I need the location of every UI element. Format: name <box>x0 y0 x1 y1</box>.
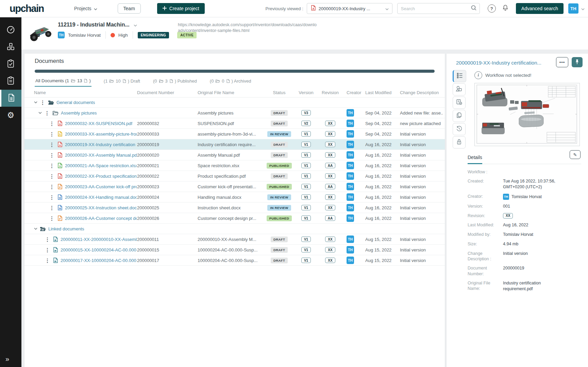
panel-tab-copies[interactable] <box>453 110 466 122</box>
table-row[interactable]: ⋮A200000020-XX-Assembly Manual.pdf200000… <box>24 150 445 160</box>
table-row[interactable]: ⋮X200000021-AA-Space restriction.xlsx200… <box>24 160 445 171</box>
sidebar-item-documents[interactable] <box>0 90 21 107</box>
column-header-creator[interactable]: Creator <box>347 88 365 97</box>
project-title-chevron-icon[interactable] <box>134 22 137 28</box>
documents-tab-0[interactable]: All Documents (113) <box>35 76 91 87</box>
table-row[interactable]: ⋮P200000026-AA-Customer concept desi2000… <box>24 213 445 224</box>
sidebar-item-settings[interactable]: ⚙ <box>0 107 21 124</box>
create-project-label: Create project <box>169 6 199 11</box>
document-name-link[interactable]: 200000017-XX-100000204-AC-00.000-S <box>61 258 137 263</box>
row-menu-button[interactable]: ⋮ <box>44 110 50 116</box>
table-row[interactable]: ⋮Assembly picturesAssembly picturesDRAFT… <box>24 108 445 118</box>
document-name-link[interactable]: 200000033-XX-assembly-picture-fror <box>65 132 137 137</box>
document-name-link[interactable]: 200000024-XX-Handling manual.docx <box>65 195 137 200</box>
team-button[interactable]: Team <box>118 3 141 14</box>
sidebar-expand-button[interactable]: » <box>5 355 9 363</box>
search-icon[interactable] <box>471 5 477 12</box>
table-row[interactable]: ⋮General documents <box>24 97 445 108</box>
expand-chevron-icon[interactable] <box>34 228 37 230</box>
column-header-version[interactable]: Version <box>295 88 317 97</box>
table-row[interactable]: ⋮A200000019-XX-Industry certification re… <box>24 139 445 150</box>
column-header-change-description[interactable]: Change Description <box>400 88 443 97</box>
horizontal-scrollbar[interactable] <box>35 70 435 73</box>
search-input[interactable] <box>400 6 471 12</box>
sidebar-item-dashboard[interactable] <box>0 22 21 39</box>
document-name-link[interactable]: 200000011-XX-200000010-XX-Assemb <box>61 237 137 242</box>
row-menu-button[interactable]: ⋮ <box>49 142 55 147</box>
row-menu-button[interactable]: ⋮ <box>49 153 55 158</box>
row-menu-button[interactable]: ⋮ <box>45 247 50 252</box>
table-row[interactable]: ⋮200000017-XX-100000204-AC-00.000-S20000… <box>24 255 445 266</box>
document-name-link[interactable]: 200000019-XX-Industry certification rec <box>65 142 137 147</box>
table-row[interactable]: Linked documents <box>24 224 445 234</box>
previously-viewed-value: 200000019-XX-Industry ... <box>319 6 383 11</box>
folder-name-link[interactable]: Assembly pictures <box>61 110 97 116</box>
project-thumbnail[interactable] <box>29 21 55 42</box>
expand-chevron-icon[interactable] <box>34 101 37 103</box>
sidebar-item-issues[interactable] <box>0 73 21 90</box>
column-header-revision[interactable]: Revision <box>317 88 343 97</box>
user-avatar[interactable]: TH <box>568 3 578 14</box>
details-tab[interactable]: Details <box>468 155 482 164</box>
panel-tab-history[interactable] <box>453 123 466 135</box>
table-row[interactable]: ⋮W200000024-XX-Handling manual.docx20000… <box>24 192 445 203</box>
more-options-button[interactable]: ••• <box>556 57 568 67</box>
pin-button[interactable] <box>572 57 583 67</box>
row-menu-button[interactable]: ⋮ <box>45 237 50 242</box>
document-name-link[interactable]: 200000023-AA-Customer kick-off prese <box>65 184 137 189</box>
document-preview[interactable] <box>474 83 580 146</box>
help-button[interactable]: ? <box>487 4 496 13</box>
document-name-link[interactable]: 200000021-AA-Space restriction.xlsx <box>65 163 137 168</box>
column-header-last-modified[interactable]: Last Modified <box>365 88 399 97</box>
row-menu-button[interactable]: ⋮ <box>49 195 55 200</box>
row-menu-button[interactable]: ⋮ <box>49 184 55 189</box>
folder-name-link[interactable]: General documents <box>56 100 95 105</box>
table-row[interactable]: ⋮A200000022-XX-Product specification.pc2… <box>24 171 445 181</box>
table-row[interactable]: ⋮200000015-XX-100000204-AC-00.000-S20000… <box>24 245 445 255</box>
user-menu-chevron-icon[interactable] <box>581 5 585 12</box>
document-name-link[interactable]: 200000015-XX-100000204-AC-00.000-S <box>61 247 137 252</box>
documents-tab-2[interactable]: (03) Published <box>152 76 198 87</box>
documents-tab-1[interactable]: (110) Draft <box>103 76 141 87</box>
document-name-link[interactable]: 200000032-XX-SUSPENSION.pdf <box>65 121 132 126</box>
panel-tab-parts[interactable] <box>453 83 466 95</box>
previously-viewed-dropdown[interactable]: A 200000019-XX-Industry ... <box>307 3 392 14</box>
row-menu-button[interactable]: ⋮ <box>45 258 50 263</box>
column-header-status[interactable]: Status <box>264 88 295 97</box>
column-header-document-number[interactable]: Document Number <box>137 88 195 97</box>
documents-tab-3[interactable]: (00) Archived <box>209 76 252 87</box>
panel-document-title[interactable]: 200000019-XX-Industry certification... <box>456 60 558 66</box>
document-name-link[interactable]: 200000022-XX-Product specification.pc <box>65 174 137 179</box>
sidebar-item-tasks[interactable] <box>0 56 21 73</box>
row-menu-button[interactable]: ⋮ <box>49 132 55 137</box>
row-menu-button[interactable]: ⋮ <box>49 205 55 210</box>
table-row[interactable]: ⋮A200000032-XX-SUSPENSION.pdf200000032SU… <box>24 118 445 129</box>
panel-tab-approvals[interactable] <box>453 97 466 109</box>
advanced-search-button[interactable]: Advanced search <box>516 3 564 14</box>
table-row[interactable]: ⋮W200000025-XX-Instruction sheet.docx200… <box>24 203 445 213</box>
document-name-link[interactable]: 200000025-XX-Instruction sheet.docx <box>65 205 137 210</box>
table-row[interactable]: ⋮P200000023-AA-Customer kick-off prese20… <box>24 181 445 192</box>
folder-name-link[interactable]: Linked documents <box>48 226 84 231</box>
upchain-logo[interactable]: upchain <box>10 3 61 14</box>
sidebar-item-parts[interactable] <box>0 39 21 56</box>
row-menu-button[interactable]: ⋮ <box>49 216 55 221</box>
table-row[interactable]: ⋮200000033-XX-assembly-picture-fror20000… <box>24 129 445 139</box>
nav-projects-menu[interactable]: Projects <box>74 6 97 11</box>
panel-tab-details[interactable] <box>453 70 466 82</box>
notifications-button[interactable] <box>501 4 510 13</box>
create-project-button[interactable]: Create project <box>157 3 205 14</box>
expand-chevron-icon[interactable] <box>38 112 42 114</box>
project-url[interactable]: https://knowledge.autodesk.com/support/i… <box>178 22 317 34</box>
document-name-link[interactable]: 200000026-AA-Customer concept desi <box>65 216 137 221</box>
row-menu-button[interactable]: ⋮ <box>40 100 46 105</box>
panel-tab-permissions[interactable] <box>453 136 466 148</box>
row-menu-button[interactable]: ⋮ <box>49 121 55 126</box>
document-name-link[interactable]: 200000020-XX-Assembly Manual.pdf <box>65 153 137 158</box>
edit-details-button[interactable]: ✎ <box>570 150 581 159</box>
row-menu-button[interactable]: ⋮ <box>49 174 55 179</box>
row-menu-button[interactable]: ⋮ <box>49 163 55 168</box>
column-header-name[interactable]: Name <box>24 88 146 97</box>
column-header-original-file-name[interactable]: Original File Name <box>198 88 263 97</box>
table-row[interactable]: ⋮200000011-XX-200000010-XX-Assemb2000000… <box>24 234 445 245</box>
